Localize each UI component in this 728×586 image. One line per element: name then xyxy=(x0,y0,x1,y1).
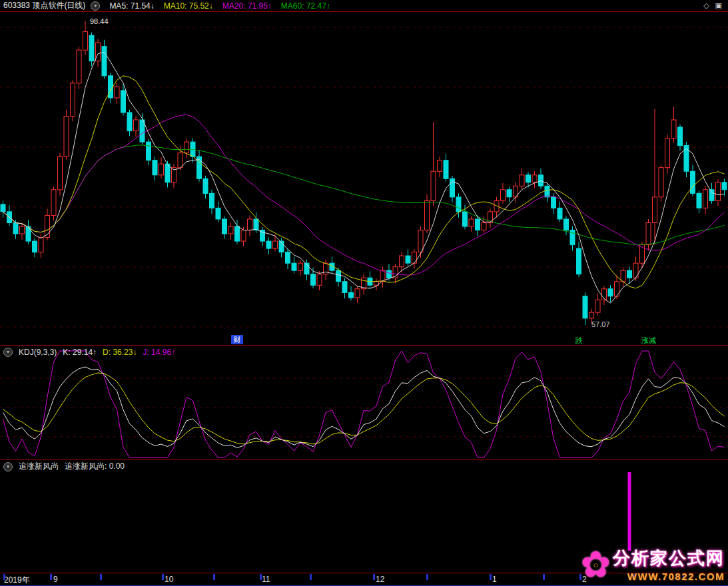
flower-logo-icon: ✿○ xyxy=(581,546,611,582)
candle xyxy=(425,194,430,233)
candle xyxy=(671,107,676,143)
candle xyxy=(583,292,587,325)
candle xyxy=(51,186,56,220)
candle xyxy=(71,80,75,121)
candle xyxy=(539,168,544,189)
candle xyxy=(653,109,657,244)
x-axis-month-label: 11 xyxy=(262,575,270,584)
candle xyxy=(355,286,360,302)
candle xyxy=(127,110,132,137)
separator-line xyxy=(0,345,728,346)
trough-price-label: 57.07 xyxy=(591,320,610,328)
candle xyxy=(190,139,195,162)
candle xyxy=(362,274,366,295)
candle xyxy=(298,260,303,276)
main-candlestick-chart[interactable]: 98.4457.07财跌涨减 xyxy=(0,12,728,345)
separator-line xyxy=(0,459,728,460)
candle xyxy=(646,219,651,250)
ma20-line xyxy=(3,115,725,275)
kdj-j-line xyxy=(3,351,725,457)
candle xyxy=(520,168,524,189)
candle xyxy=(115,83,119,104)
candle xyxy=(716,179,721,206)
candle xyxy=(1,200,5,217)
candle xyxy=(501,183,506,204)
indicator-menu-icon[interactable]: ▾ xyxy=(91,1,100,11)
indicator3-value: 追涨新风尚: 0.00 xyxy=(65,461,125,472)
candle xyxy=(147,139,151,166)
candle xyxy=(64,110,69,160)
chart-marker: 财 xyxy=(234,336,241,344)
ma-lines-group xyxy=(3,53,725,304)
candle xyxy=(292,256,296,273)
candle xyxy=(564,216,569,236)
signal-bar xyxy=(628,472,631,551)
x-axis-tick xyxy=(100,574,102,580)
indicator3-menu-icon[interactable]: ▾ xyxy=(3,462,13,471)
ma10-line xyxy=(3,76,725,288)
candle xyxy=(665,135,670,174)
x-axis-tick xyxy=(543,574,545,580)
kdj-d-value: D: 36.23↓ xyxy=(103,348,137,357)
kdj-indicator-chart[interactable] xyxy=(0,346,728,459)
candle xyxy=(342,278,347,298)
candle xyxy=(33,238,37,258)
stock-title: 603383 顶点软件(日线) xyxy=(3,0,85,11)
x-axis-tick xyxy=(373,574,375,580)
candle xyxy=(444,154,448,182)
candle xyxy=(102,40,107,79)
x-axis-tick xyxy=(426,574,428,580)
candle xyxy=(463,205,468,229)
candle xyxy=(684,142,689,177)
candle xyxy=(228,223,233,240)
ma60-line xyxy=(3,145,725,244)
candle xyxy=(633,256,638,281)
chart-markers: 财跌涨减 xyxy=(231,335,656,344)
watermark-text: 分析家公式网 WWW.70822.COM xyxy=(613,547,725,582)
candle xyxy=(134,117,139,137)
candle xyxy=(184,139,189,158)
candle xyxy=(197,150,202,182)
title-bar: 603383 顶点软件(日线) ▾ MA5: 71.54↓ MA10: 75.5… xyxy=(0,0,728,11)
candle xyxy=(722,178,727,195)
indicator3-label-row: ▾ 追涨新风尚 追涨新风尚: 0.00 xyxy=(0,461,125,471)
kdj-k-value: K: 29.14↑ xyxy=(63,348,97,357)
diamond-icon[interactable]: ◇ xyxy=(703,1,709,10)
candle xyxy=(26,220,31,244)
kdj-k-line xyxy=(3,367,725,447)
x-axis-month-label: 1 xyxy=(492,575,497,584)
candle xyxy=(456,193,461,218)
candle xyxy=(77,47,81,89)
x-axis-tick xyxy=(310,574,312,580)
candle xyxy=(507,186,512,202)
candle xyxy=(58,153,63,196)
candle xyxy=(172,164,177,188)
candle xyxy=(697,190,701,213)
separator-line xyxy=(0,11,728,12)
watermark-site-name: 分析家公式网 xyxy=(613,547,725,570)
watermark-site-url: WWW.70822.COM xyxy=(627,571,725,582)
peak-price-label: 98.44 xyxy=(90,17,109,25)
candle xyxy=(216,202,220,222)
candle xyxy=(627,267,632,284)
kdj-d-line xyxy=(3,373,725,444)
x-axis-month-label: 12 xyxy=(376,575,384,584)
candles-group xyxy=(1,21,727,326)
kdj-menu-icon[interactable]: ▾ xyxy=(3,348,13,357)
ma20-value: MA20: 71.95↑ xyxy=(222,1,272,11)
candle xyxy=(494,197,499,218)
ma10-value: MA10: 75.52↓ xyxy=(164,1,213,11)
candle xyxy=(570,226,575,250)
candle xyxy=(450,176,455,202)
window-icon[interactable]: ▣ xyxy=(715,1,722,10)
candle xyxy=(557,202,562,222)
x-axis-month-label: 9 xyxy=(53,575,58,584)
candle xyxy=(96,39,101,67)
kdj-label-row: ▾ KDJ(9,3,3) K: 29.14↑ D: 36.23↓ J: 14.9… xyxy=(0,347,175,357)
candle xyxy=(703,186,708,214)
candle xyxy=(210,190,214,214)
x-axis-tick xyxy=(50,574,52,580)
watermark: ✿○ 分析家公式网 WWW.70822.COM xyxy=(581,546,725,582)
candle xyxy=(159,157,164,178)
chart-marker: 跌 xyxy=(575,336,583,344)
